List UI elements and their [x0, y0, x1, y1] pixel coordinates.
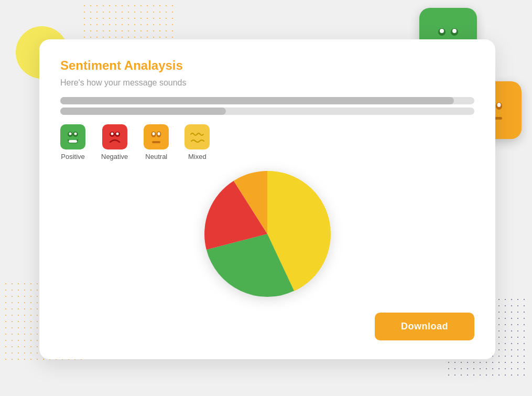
svg-rect-24 — [69, 140, 77, 143]
svg-point-31 — [153, 132, 155, 135]
svg-rect-33 — [152, 141, 160, 143]
svg-point-32 — [158, 132, 160, 135]
download-button[interactable]: Download — [375, 313, 474, 340]
svg-point-28 — [116, 133, 118, 135]
legend-item-neutral: Neutral — [144, 124, 169, 160]
progress-bar-1-fill — [60, 97, 454, 104]
svg-point-16 — [497, 103, 501, 107]
card-subtitle: Here's how your message sounds — [60, 78, 474, 88]
svg-point-21 — [69, 133, 72, 135]
progress-bar-1-container — [60, 97, 474, 104]
legend-emoji-mixed — [184, 124, 210, 149]
legend-item-negative: Negative — [101, 124, 128, 160]
progress-bar-2-container — [60, 108, 474, 115]
main-card: Sentiment Analaysis Here's how your mess… — [39, 39, 495, 359]
progress-bar-2-fill — [60, 108, 226, 115]
pie-chart-svg — [194, 166, 341, 302]
legend-emoji-negative — [102, 124, 127, 149]
legend-label-negative: Negative — [101, 153, 128, 160]
legend-label-neutral: Neutral — [145, 153, 167, 160]
legend-label-positive: Positive — [61, 153, 85, 160]
svg-point-4 — [452, 29, 457, 33]
legend-emoji-neutral — [144, 124, 169, 149]
legend-item-mixed: Mixed — [184, 124, 210, 160]
legend-emoji-positive — [60, 124, 85, 149]
svg-point-3 — [440, 29, 444, 33]
progress-bar-1-bg — [60, 97, 474, 104]
progress-bar-2-bg — [60, 108, 474, 115]
legend-item-positive: Positive — [60, 124, 85, 160]
svg-point-27 — [111, 133, 113, 135]
card-title: Sentiment Analaysis — [60, 58, 474, 73]
legend-label-mixed: Mixed — [188, 153, 207, 160]
sentiment-legend: Positive Negative — [60, 124, 474, 160]
svg-point-22 — [74, 133, 77, 135]
pie-chart-container — [60, 166, 474, 302]
